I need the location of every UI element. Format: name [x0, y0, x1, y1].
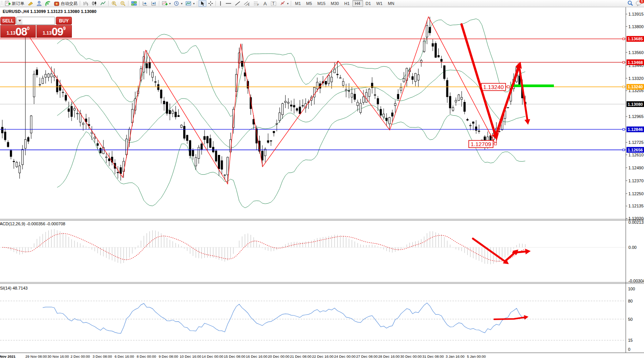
svg-text:1.13560: 1.13560 — [628, 50, 644, 55]
templates-button[interactable]: ▾ — [184, 0, 196, 7]
svg-text:2 Dec 00:00: 2 Dec 00:00 — [70, 354, 90, 358]
line-chart-button[interactable] — [99, 0, 108, 7]
svg-text:Nov 2021: Nov 2021 — [0, 354, 16, 358]
chart-shift-icon — [151, 1, 157, 6]
svg-text:20 Dec 00:00: 20 Dec 00:00 — [268, 354, 290, 358]
new-order-button[interactable]: 新订单 — [3, 0, 26, 7]
svg-text:100: 100 — [628, 287, 635, 291]
trendline-tool[interactable] — [233, 0, 242, 7]
candlestick-chart-button[interactable] — [90, 0, 99, 7]
svg-text:15 Dec 08:00: 15 Dec 08:00 — [224, 354, 246, 358]
svg-text:1.12709: 1.12709 — [471, 141, 491, 147]
svg-text:1.13240: 1.13240 — [628, 84, 643, 89]
timeframe-button-m1[interactable]: M1 — [292, 0, 303, 7]
svg-text:1.13320: 1.13320 — [628, 76, 644, 81]
equidistant-channel-icon: E — [244, 1, 250, 6]
svg-text:21 Dec 08:00: 21 Dec 08:00 — [290, 354, 312, 358]
svg-text:1.12490: 1.12490 — [628, 166, 644, 170]
bid-price-prefix: 1.13 — [6, 29, 15, 37]
ask-price-prefix: 1.13 — [43, 29, 51, 37]
periods-button[interactable]: ▾ — [172, 0, 184, 7]
fibonacci-tool[interactable]: F — [252, 0, 261, 7]
macd-indicator-label: MACD(12,26,9) -0.000356 -0.000708 — [0, 221, 65, 226]
timeframe-button-h1[interactable]: H1 — [341, 0, 352, 7]
one-click-trading-panel: SELL BUY 1.13080 1.13099 — [0, 17, 72, 38]
vertical-line-tool[interactable] — [217, 0, 224, 7]
expert-advisor-button[interactable] — [35, 0, 44, 7]
timeframe-button-m30[interactable]: M30 — [328, 0, 341, 7]
svg-text:1.13685: 1.13685 — [628, 37, 643, 41]
crayon-icon — [27, 1, 33, 6]
timeframe-button-d1[interactable]: D1 — [363, 0, 374, 7]
zoom-out-button[interactable] — [119, 0, 127, 7]
arrows-icon — [280, 1, 286, 6]
cursor-tool-button[interactable] — [198, 0, 206, 7]
chart-area[interactable]: 80501510001.139151.138001.135601.134401.… — [0, 0, 644, 360]
template-icon — [186, 1, 192, 6]
dropdown-arrow-icon: ▾ — [287, 2, 289, 5]
timeframe-button-h4[interactable]: H4 — [352, 0, 363, 7]
bid-price-panel[interactable]: 1.13080 — [0, 25, 36, 38]
ask-price-main: 09 — [52, 27, 63, 37]
text-icon: A — [263, 1, 268, 6]
auto-trading-button[interactable]: 自动交易 — [52, 0, 79, 7]
auto-trading-label: 自动交易 — [61, 1, 78, 6]
tile-windows-button[interactable] — [130, 0, 138, 7]
text-label-tool[interactable]: T — [269, 0, 278, 7]
toolbar-grip[interactable] — [1, 1, 3, 6]
dropdown-arrow-icon: ▾ — [193, 2, 195, 5]
svg-text:F: F — [257, 3, 259, 6]
fibonacci-icon: F — [253, 1, 260, 6]
styles-button[interactable] — [26, 0, 35, 7]
svg-text:1.13915: 1.13915 — [628, 12, 644, 16]
toolbar-separator — [139, 1, 140, 6]
svg-text:27 Dec 08:00: 27 Dec 08:00 — [356, 354, 378, 358]
svg-text:24 Dec 00:00: 24 Dec 00:00 — [334, 354, 356, 358]
svg-text:1.13080: 1.13080 — [628, 102, 643, 107]
search-icon[interactable] — [627, 0, 633, 7]
bar-chart-icon — [83, 1, 89, 6]
price-callout-1.13240: 1.13240 — [481, 83, 509, 91]
crosshair-tool-button[interactable] — [206, 0, 215, 7]
timeframe-button-m15[interactable]: M15 — [315, 0, 328, 7]
svg-text:30 Dec 00:00: 30 Dec 00:00 — [400, 354, 422, 358]
svg-text:6 Dec 16:00: 6 Dec 16:00 — [114, 354, 134, 358]
text-tool[interactable]: A — [261, 0, 269, 7]
new-order-icon — [5, 1, 11, 6]
svg-text:1.12250: 1.12250 — [628, 191, 644, 196]
auto-scroll-button[interactable] — [141, 0, 149, 7]
arrows-tool[interactable]: ▾ — [278, 0, 290, 7]
timeframe-button-mn[interactable]: MN — [385, 0, 397, 7]
volume-decrease-button[interactable] — [17, 17, 22, 24]
horizontal-line-tool[interactable] — [224, 0, 233, 7]
notifications-button[interactable]: 1 — [636, 0, 642, 7]
svg-text:9 Dec 08:00: 9 Dec 08:00 — [159, 354, 178, 358]
cursor-icon — [200, 1, 205, 6]
signals-button[interactable] — [44, 0, 52, 7]
top-toolbar: 新订单 自动交易 — [0, 0, 644, 7]
svg-text:10 Dec 16:00: 10 Dec 16:00 — [180, 354, 201, 358]
new-order-label: 新订单 — [12, 1, 24, 6]
zoom-in-button[interactable] — [110, 0, 119, 7]
auto-scroll-icon — [142, 1, 148, 6]
channel-tool[interactable]: E — [242, 0, 252, 7]
buy-button[interactable]: BUY — [56, 17, 72, 25]
svg-text:1.13468: 1.13468 — [628, 60, 643, 65]
ask-price-pip: 9 — [63, 27, 66, 30]
sell-button[interactable]: SELL — [0, 17, 16, 25]
toolbar-separator — [197, 1, 198, 6]
signal-icon — [45, 1, 51, 6]
bid-price-main: 08 — [16, 27, 27, 37]
timeframe-button-m5[interactable]: M5 — [303, 0, 314, 7]
svg-text:14 Dec 00:00: 14 Dec 00:00 — [202, 354, 224, 358]
timeframe-button-w1[interactable]: W1 — [374, 0, 385, 7]
volume-input[interactable] — [22, 17, 55, 24]
ask-price-panel[interactable]: 1.13099 — [36, 25, 72, 38]
indicators-button[interactable]: ▾ — [160, 0, 172, 7]
svg-text:50: 50 — [628, 317, 633, 322]
bar-chart-button[interactable] — [81, 0, 90, 7]
candlestick-icon — [92, 1, 97, 6]
svg-text:80: 80 — [628, 299, 633, 303]
svg-text:29 Nov 08:00: 29 Nov 08:00 — [25, 354, 47, 358]
chart-shift-button[interactable] — [149, 0, 158, 7]
